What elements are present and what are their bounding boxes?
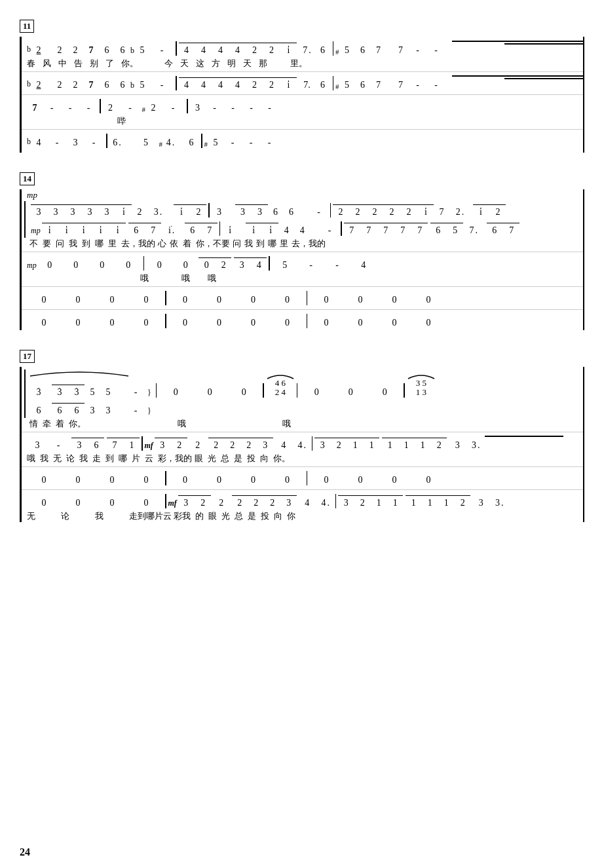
note-b2: 2: [31, 45, 47, 56]
dynamic-mp-14: mp: [22, 189, 583, 201]
chord-35-13: 3 5 1 3: [407, 379, 436, 398]
dynamic-mf-17: mf: [145, 441, 153, 451]
section-label-11: 11: [20, 20, 34, 33]
row-14-4: 0 0 0 0 0 0 0 0 0 0 0 0: [22, 312, 583, 330]
row-14-2: mp 0 0 0 0 0 0 0 2 3 4: [22, 254, 583, 273]
note-7b: 7: [371, 45, 387, 56]
note-b5: 5: [134, 45, 150, 56]
note-2b: 2: [67, 45, 83, 56]
row-11-4: b4 - 3 - 6. 5 #4. 6 #: [22, 132, 583, 150]
note-s5: 5: [339, 45, 355, 56]
chord-46-24: 4 6 2 4: [266, 379, 295, 398]
row-14-voice2: mp .i .i .i .i .i 6 7 .i.: [24, 219, 583, 238]
row-11-1: b2 2 2 7 6 6 b5 - 4 4 4 4: [22, 39, 583, 58]
dynamic-mf-17-4: mf: [168, 499, 177, 508]
note-6c: 6: [315, 45, 331, 56]
row-14-upper: mp 3 3 3 3 3 .i 2 3.: [22, 189, 583, 330]
section-label-17: 17: [20, 350, 35, 363]
lyrics-17-4: 无 论 我 走到哪片云 彩 我 的 眼 光 总 是 投 向 你: [22, 510, 583, 522]
section-label-14: 14: [20, 172, 35, 185]
dynamic-mp-2: mp: [31, 226, 41, 236]
row-11-3: 7 - - - 2 - #2 - 3 - - -: [22, 97, 583, 115]
section-17: 17 .3 .3 .3: [20, 350, 584, 522]
note-6a: 6: [99, 45, 115, 56]
lyrics-11-3: 哔: [22, 115, 583, 127]
stave-17: .3 .3 .3 5 5 - } 0 0 0: [20, 367, 584, 522]
measure-2-upper: 4 4 4 4 2 2 .i: [179, 43, 297, 56]
stave-14: mp 3 3 3 3 3 .i 2 3.: [20, 189, 584, 330]
arc-chord1: [266, 371, 295, 380]
section-14: 14 mp 3 3 3 3 3: [20, 172, 584, 330]
note-7c: 7: [393, 45, 409, 56]
row-17-voice1: .3 .3 .3 5 5 - } 0 0 0: [24, 369, 583, 400]
music-sheet: 11 b2 2 2 7 6 6 b5: [20, 20, 584, 522]
lyrics-14-2: 哦 哦 哦: [22, 273, 583, 284]
lyrics-17-1: 情 牵 着 你。 哦 哦: [24, 418, 583, 430]
lyrics-17-2: 哦 我 无 论 我 走 到 哪 片 云 彩， 我的 眼 光 总 是 投: [22, 453, 583, 464]
section-11: 11 b2 2 2 7 6 6 b5: [20, 20, 584, 153]
row-17-2: 3 - 3 6 7 1 mf 3: [22, 434, 583, 453]
note-7: 7: [83, 45, 99, 56]
row-17-upper-group: .3 .3 .3 5 5 - } 0 0 0: [22, 367, 583, 522]
page-number: 24: [20, 846, 30, 858]
note-6b: 6: [115, 45, 130, 56]
arc-chord2: [407, 371, 436, 380]
flat-2-prefix: b: [27, 45, 31, 54]
lyrics-14-1: 不 要 问 我 到 哪 里 去， 我的 心 依 着 你， 不要 问 我 到: [24, 238, 583, 250]
lyrics-11-1: 春 风 中 告 别 了 你。 今 天 这 方 明 天 那 里。: [22, 58, 583, 69]
row-17-3: 0 0 0 0 0 0 0 0 0 0 0 0: [22, 469, 583, 487]
row-17-4: 0 0 0 0 mf 3 2 2 2 2 2: [22, 492, 583, 510]
row-14-3: 0 0 0 0 0 0 0 0 0 0 0 0: [22, 289, 583, 307]
note-7-dot: 7.: [299, 45, 315, 56]
row-11-2: b2 2 2 7 6 6 b5 - 4 4 4 4 2: [22, 74, 583, 92]
stave-11: b2 2 2 7 6 6 b5 - 4 4 4 4: [20, 37, 584, 153]
row-14-voice1: 3 3 3 3 3 .i 2 3. .i 2: [24, 201, 583, 219]
note-2a: 2: [52, 45, 67, 56]
note-6d: 6: [355, 45, 371, 56]
row-17-voice2: 6 6 6 3 3 - }: [24, 400, 583, 418]
